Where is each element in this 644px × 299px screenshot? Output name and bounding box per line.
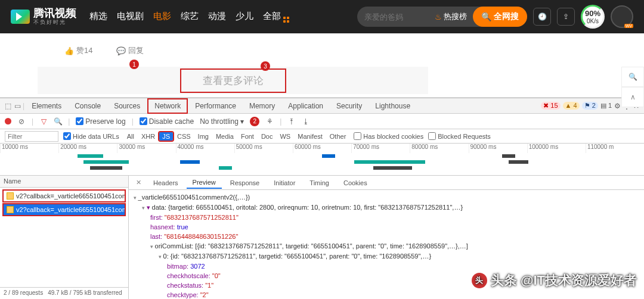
watermark: 头 头条 @IT技术资源爱好者	[472, 272, 637, 289]
load-more-bar: 查看更多评论	[38, 67, 428, 94]
detail-tab-initiator[interactable]: Initiator	[268, 177, 301, 188]
search-bar: ♨热搜榜 🔍全网搜	[357, 7, 527, 27]
side-controls: 🔍 ∧	[621, 67, 644, 107]
tab-network[interactable]: Network	[147, 98, 188, 114]
network-timeline[interactable]: 10000 ms 20000 ms 30000 ms 40000 ms 5000…	[0, 144, 644, 176]
type-ws[interactable]: WS	[277, 132, 293, 141]
type-font[interactable]: Font	[238, 132, 257, 141]
type-doc[interactable]: Doc	[258, 132, 276, 141]
nav-variety[interactable]: 综艺	[181, 11, 199, 23]
settings-icon[interactable]: ⚙	[613, 102, 621, 110]
export-har-icon[interactable]: ⭳	[302, 117, 310, 126]
type-media[interactable]: Media	[213, 132, 237, 141]
play-logo-icon	[11, 10, 30, 24]
preview-item0[interactable]: 0: {id: "6832137687571252811", targetid:…	[134, 251, 639, 261]
detail-tab-timing[interactable]: Timing	[304, 177, 335, 188]
search-input[interactable]	[357, 13, 429, 21]
flame-icon: ♨	[435, 13, 442, 21]
speed-rate: 0K/s	[587, 18, 599, 24]
feedback-icon[interactable]: 🔍	[621, 67, 644, 87]
type-js[interactable]: JS	[159, 132, 173, 141]
devtools-panel: ⬚ ▭ | Elements Console Sources Network P…	[0, 98, 644, 299]
speed-gauge[interactable]: 90% 0K/s	[581, 5, 605, 29]
preview-data[interactable]: ▾ data: {targetid: 6655100451, oritotal:…	[134, 203, 639, 213]
type-all[interactable]: All	[124, 132, 137, 141]
search-icon: 🔍	[481, 12, 491, 21]
tab-security[interactable]: Security	[330, 98, 368, 114]
type-css[interactable]: CSS	[174, 132, 194, 141]
vip-badge: WV	[624, 24, 633, 28]
network-filter-bar: Hide data URLs All XHR JS CSS Img Media …	[0, 129, 644, 144]
type-manifest[interactable]: Manifest	[295, 132, 326, 141]
detail-tab-cookies[interactable]: Cookies	[338, 177, 373, 188]
type-other[interactable]: Other	[327, 132, 349, 141]
brand-name: 腾讯视频	[33, 8, 76, 18]
like-button[interactable]: 👍 赞14	[64, 45, 92, 56]
nav-movie[interactable]: 电影	[153, 11, 171, 23]
load-more-comments-button[interactable]: 查看更多评论	[180, 68, 286, 93]
hot-rank-link[interactable]: ♨热搜榜	[429, 11, 473, 22]
page-content: 👍 赞14 💬 回复 查看更多评论 1 3 🔍 ∧	[0, 33, 644, 98]
reply-button[interactable]: 💬 回复	[116, 45, 144, 56]
tab-memory[interactable]: Memory	[243, 98, 281, 114]
warning-count[interactable]: ▲ 4	[563, 102, 580, 110]
error-count[interactable]: ✖ 15	[541, 102, 560, 110]
hidden-count[interactable]: ▤ 1	[600, 102, 612, 110]
detail-tab-headers[interactable]: Headers	[147, 177, 184, 188]
tab-performance[interactable]: Performance	[189, 98, 242, 114]
brand-logo[interactable]: 腾讯视频 不负好时光	[11, 8, 76, 26]
nav-anime[interactable]: 动漫	[208, 11, 226, 23]
devtools-tabs: ⬚ ▭ | Elements Console Sources Network P…	[0, 98, 644, 114]
tab-sources[interactable]: Sources	[108, 98, 146, 114]
tab-application[interactable]: Application	[282, 98, 329, 114]
request-row[interactable]: v2?callback=_varticle6655100451commentv2…	[2, 203, 126, 216]
close-detail-icon[interactable]: ✕	[132, 179, 145, 186]
upload-button[interactable]: ⇪	[557, 8, 575, 26]
network-status-bar: 2 / 89 requests 49.7 kB / 795 kB transfe…	[0, 287, 128, 299]
device-toggle-icon[interactable]: ▭	[13, 102, 21, 110]
request-row[interactable]: v2?callback=_varticle6655100451commentv2…	[2, 189, 126, 203]
nav-featured[interactable]: 精选	[89, 11, 107, 23]
brand-slogan: 不负好时光	[33, 18, 76, 26]
blocked-cookies-checkbox[interactable]: Has blocked cookies	[354, 132, 423, 140]
preview-root[interactable]: _varticle6655100451commentv2({,…})	[134, 192, 639, 203]
filter-toggle-icon[interactable]: ▽	[39, 117, 48, 126]
throttling-select[interactable]: No throttling ▾	[200, 117, 244, 126]
detail-tab-preview[interactable]: Preview	[187, 177, 222, 189]
scroll-top-button[interactable]: ∧	[621, 87, 644, 107]
annotation-badge-2: 2	[250, 117, 259, 126]
hide-data-urls-checkbox[interactable]: Hide data URLs	[63, 132, 119, 140]
blocked-requests-checkbox[interactable]: Blocked Requests	[428, 132, 491, 140]
history-button[interactable]: 🕘	[533, 8, 551, 26]
clear-icon[interactable]: ⊘	[17, 117, 26, 126]
nav-tv[interactable]: 电视剧	[117, 11, 144, 23]
main-nav: 精选 电视剧 电影 综艺 动漫 少儿 全部	[89, 11, 289, 23]
grid-icon	[283, 17, 289, 23]
detail-tab-response[interactable]: Response	[224, 177, 266, 188]
tab-elements[interactable]: Elements	[26, 98, 67, 114]
transfer-size: 49.7 kB / 795 kB transferred	[48, 289, 122, 297]
tab-console[interactable]: Console	[69, 98, 107, 114]
preserve-log-checkbox[interactable]: Preserve log	[76, 117, 125, 126]
request-list-header[interactable]: Name	[0, 176, 128, 188]
tab-lighthouse[interactable]: Lighthouse	[369, 98, 416, 114]
user-avatar[interactable]: WV	[611, 5, 633, 28]
inspect-icon[interactable]: ⬚	[4, 102, 12, 110]
info-count[interactable]: ⚑ 2	[582, 102, 598, 110]
nav-all[interactable]: 全部	[263, 11, 289, 23]
record-button[interactable]	[5, 118, 11, 124]
search-network-icon[interactable]: 🔍	[54, 117, 62, 126]
preview-oricommlist[interactable]: oriCommList: [{id: "6832137687571252811"…	[134, 241, 639, 251]
filter-input[interactable]	[5, 131, 58, 142]
type-img[interactable]: Img	[195, 132, 212, 141]
request-list: Name v2?callback=_varticle6655100451comm…	[0, 176, 129, 299]
type-filter: All XHR JS CSS Img Media Font Doc WS Man…	[124, 132, 349, 141]
import-har-icon[interactable]: ⭱	[287, 117, 296, 126]
site-top-nav: 腾讯视频 不负好时光 精选 电视剧 电影 综艺 动漫 少儿 全部 ♨热搜榜 🔍全…	[0, 0, 644, 33]
disable-cache-checkbox[interactable]: Disable cache	[140, 117, 194, 126]
type-xhr[interactable]: XHR	[138, 132, 158, 141]
wifi-icon[interactable]: ⚘	[265, 117, 274, 126]
search-button[interactable]: 🔍全网搜	[473, 7, 527, 27]
watermark-avatar-icon: 头	[472, 273, 487, 288]
nav-kids[interactable]: 少儿	[236, 11, 253, 23]
